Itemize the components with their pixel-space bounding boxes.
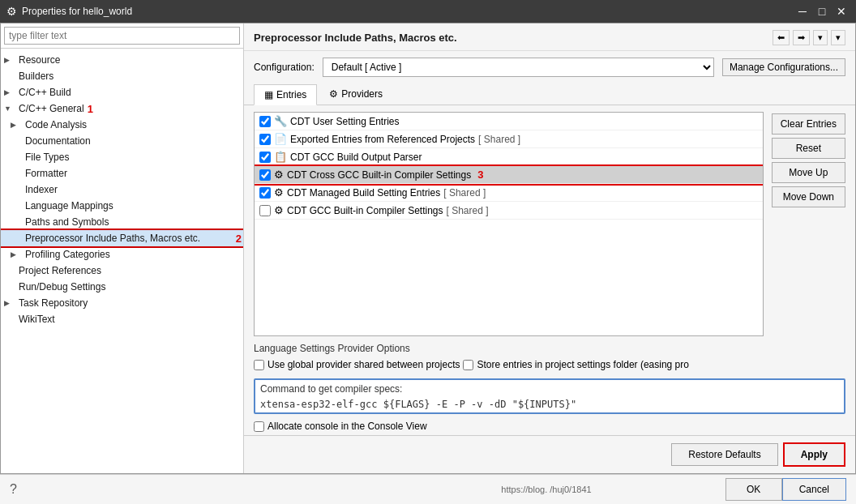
entries-tab-label: Entries <box>276 89 306 100</box>
annotation-2: 2 <box>236 233 242 245</box>
arrow-icon2: ▶ <box>11 250 24 258</box>
command-section: Command to get compiler specs: 4 <box>244 374 855 417</box>
sidebar-item-language-mappings[interactable]: Language Mappings <box>1 198 243 214</box>
sidebar-item-run-debug[interactable]: Run/Debug Settings <box>1 279 243 295</box>
close-button[interactable]: ✕ <box>833 3 850 19</box>
forward-button[interactable]: ➡ <box>793 30 810 45</box>
window-icon: ⚙ <box>6 5 17 18</box>
sidebar-item-label: Indexer <box>25 184 58 195</box>
config-row: Configuration: Default [ Active ] Manage… <box>244 51 855 83</box>
list-item[interactable]: 🔧 CDT User Setting Entries <box>255 113 763 130</box>
sidebar-item-builders[interactable]: Builders <box>1 68 243 84</box>
global-provider-checkbox[interactable] <box>254 360 264 370</box>
sidebar-item-formatter[interactable]: Formatter <box>1 165 243 182</box>
arrow-icon: ▼ <box>4 105 17 113</box>
apply-button[interactable]: Apply <box>783 442 845 467</box>
sidebar-item-label: C/C++ Build <box>19 87 71 98</box>
list-item[interactable]: 📄 Exported Entries from Referenced Proje… <box>255 130 763 148</box>
sidebar-item-label: Builders <box>19 70 54 82</box>
left-panel: ▶ Resource Builders ▶ C/C++ Build ▼ C/C+… <box>1 23 244 473</box>
sidebar-item-resource[interactable]: ▶ Resource <box>1 52 243 68</box>
entry-icon: 📋 <box>274 151 287 163</box>
sidebar-item-label: Paths and Symbols <box>25 216 109 228</box>
more-button[interactable]: ▾ <box>831 30 845 45</box>
title-bar: ⚙ Properties for hello_world ─ □ ✕ <box>0 0 856 23</box>
sidebar-item-task-repo[interactable]: ▶ Task Repository <box>1 295 243 311</box>
sidebar-item-label: WikiText <box>19 314 55 325</box>
entry-icon: 🔧 <box>274 115 287 127</box>
search-input[interactable] <box>4 27 240 45</box>
sidebar-item-indexer[interactable]: Indexer <box>1 182 243 198</box>
dropdown-button[interactable]: ▾ <box>813 30 828 45</box>
list-item[interactable]: ⚙ CDT GCC Built-in Compiler Settings [ S… <box>255 202 763 220</box>
entries-list-wrapper: 🔧 CDT User Setting Entries 📄 Exported En… <box>254 112 764 336</box>
arrow-icon: ▶ <box>4 299 17 307</box>
command-input[interactable] <box>255 396 844 412</box>
maximize-button[interactable]: □ <box>814 3 830 19</box>
right-panel: Preprocessor Include Paths, Macros etc. … <box>244 23 855 473</box>
sidebar-item-project-refs[interactable]: Project References <box>1 263 243 279</box>
tab-entries[interactable]: ▦ Entries <box>254 84 317 105</box>
ok-button[interactable]: OK <box>725 478 782 501</box>
clear-entries-button[interactable]: Clear Entries <box>772 113 845 135</box>
entries-tab-icon: ▦ <box>264 89 273 100</box>
entry-checkbox[interactable] <box>259 205 271 216</box>
entry-text: CDT Cross GCC Built-in Compiler Settings <box>287 169 471 181</box>
sidebar-item-label: C/C++ General <box>19 103 84 114</box>
sidebar-item-profiling[interactable]: ▶ Profiling Categories <box>1 246 243 263</box>
annotation-1: 1 <box>88 103 93 115</box>
list-item[interactable]: ⚙ CDT Managed Build Setting Entries [ Sh… <box>255 184 763 202</box>
status-help[interactable]: ? <box>10 482 367 497</box>
entry-checkbox[interactable] <box>259 169 271 181</box>
entry-icon: ⚙ <box>274 186 284 199</box>
entry-text: CDT GCC Build Output Parser <box>290 152 422 163</box>
entry-checkbox[interactable] <box>259 116 271 127</box>
entry-text: CDT User Setting Entries <box>290 116 400 127</box>
sidebar-item-paths-symbols[interactable]: Paths and Symbols <box>1 214 243 230</box>
shared-tag: [ Shared ] <box>443 187 486 199</box>
allocate-console-label: Allocate console in the Console View <box>268 421 427 432</box>
move-down-button[interactable]: Move Down <box>772 186 845 207</box>
tab-providers[interactable]: ⚙ Providers <box>319 83 393 105</box>
sidebar-item-label: Documentation <box>25 135 91 147</box>
cancel-button[interactable]: Cancel <box>782 478 846 501</box>
list-item[interactable]: 📋 CDT GCC Build Output Parser <box>255 148 763 166</box>
entry-checkbox[interactable] <box>259 134 271 145</box>
sidebar-item-wikitext[interactable]: WikiText <box>1 311 243 327</box>
allocate-check-row: Allocate console in the Console View <box>244 417 855 435</box>
lang-settings-checks: Use global provider shared between proje… <box>254 359 845 370</box>
minimize-button[interactable]: ─ <box>794 3 811 19</box>
entry-icon: ⚙ <box>274 169 284 181</box>
move-up-button[interactable]: Move Up <box>772 162 845 183</box>
arrow-icon: ▶ <box>4 88 17 96</box>
reset-button[interactable]: Reset <box>772 138 845 159</box>
sidebar-item-file-types[interactable]: File Types <box>1 149 243 165</box>
header-icons: ⬅ ➡ ▾ ▾ <box>773 30 845 45</box>
status-url: https://blog. /huj0/1841 <box>367 485 725 494</box>
shared-tag: [ Shared ] <box>447 205 489 216</box>
list-item[interactable]: ⚙ CDT Cross GCC Built-in Compiler Settin… <box>255 166 763 184</box>
store-entries-checkbox[interactable] <box>463 360 473 370</box>
config-select[interactable]: Default [ Active ] <box>323 58 714 77</box>
sidebar-item-preprocessor[interactable]: Preprocessor Include Paths, Macros etc. … <box>1 230 243 246</box>
providers-tab-label: Providers <box>341 88 383 100</box>
back-button[interactable]: ⬅ <box>773 30 790 45</box>
global-provider-label: Use global provider shared between proje… <box>268 359 460 370</box>
language-settings-section: Language Settings Provider Options Use g… <box>244 343 855 374</box>
entry-checkbox[interactable] <box>259 187 271 199</box>
allocate-console-checkbox[interactable] <box>254 421 264 432</box>
annotation-3: 3 <box>477 169 483 181</box>
sidebar-item-documentation[interactable]: Documentation <box>1 133 243 149</box>
entry-icon: ⚙ <box>274 204 284 216</box>
sidebar-item-cpp-build[interactable]: ▶ C/C++ Build <box>1 84 243 100</box>
entry-checkbox[interactable] <box>259 152 271 163</box>
manage-configurations-button[interactable]: Manage Configurations... <box>722 58 845 76</box>
sidebar-item-cpp-general[interactable]: ▼ C/C++ General 1 <box>1 100 243 117</box>
entries-list: 🔧 CDT User Setting Entries 📄 Exported En… <box>254 112 764 336</box>
sidebar-item-code-analysis[interactable]: ▶ Code Analysis <box>1 117 243 133</box>
store-entries-label: Store entries in project settings folder… <box>477 359 688 370</box>
entry-text: Exported Entries from Referenced Project… <box>290 134 475 145</box>
tree-container: ▶ Resource Builders ▶ C/C++ Build ▼ C/C+… <box>1 49 243 473</box>
sidebar-item-label: Run/Debug Settings <box>19 281 105 293</box>
restore-defaults-button[interactable]: Restore Defaults <box>671 443 777 466</box>
